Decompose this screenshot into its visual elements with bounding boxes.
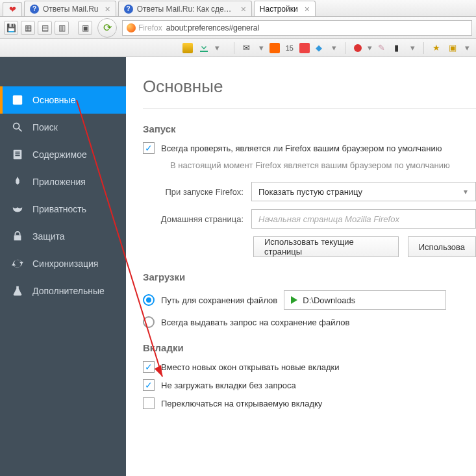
badge-count: 15 [286, 44, 294, 52]
checkbox-label: Не загружать вкладки без запроса [161, 381, 296, 390]
button-label: Использова [419, 242, 465, 252]
field-label: При запуске Firefox: [143, 187, 244, 197]
checkbox-label: Всегда проверять, является ли Firefox ва… [161, 144, 442, 153]
toolbar-icon[interactable]: ▣ [78, 21, 92, 35]
button-label: Использовать текущие страницы [264, 237, 388, 257]
general-icon [12, 94, 23, 106]
svg-rect-7 [14, 235, 21, 240]
svg-rect-4 [15, 152, 19, 153]
sidebar-item-label: Приватность [32, 204, 86, 214]
close-icon[interactable]: × [241, 4, 246, 14]
toolbar-icon[interactable]: ▤ [38, 21, 52, 35]
nav-toolbar: 💾 ▦ ▤ ▥ ▣ ⟳ Firefox about:preferences#ge… [0, 17, 476, 39]
checkbox-default-browser[interactable] [143, 142, 155, 154]
checkbox-dont-load[interactable] [143, 379, 155, 391]
download-path-field[interactable]: D:\Downloads [284, 290, 446, 310]
svg-line-2 [19, 129, 22, 132]
firefox-icon [127, 23, 136, 32]
toolbar-icon[interactable]: ▦ [21, 21, 35, 35]
star-icon[interactable]: ★ [432, 43, 443, 53]
browser-tabstrip: ❤ ? Ответы Mail.Ru × ? Ответы Mail.Ru: К… [0, 0, 476, 17]
drop-icon[interactable]: ◆ [316, 43, 326, 53]
download-icon[interactable] [199, 43, 209, 53]
lock-icon [12, 231, 23, 242]
tab-mailru-1[interactable]: ? Ответы Mail.Ru × [24, 1, 116, 16]
sidebar-item-privacy[interactable]: Приватность [0, 195, 126, 223]
calendar-icon[interactable] [299, 43, 310, 53]
checkbox-label: Вместо новых окон открывать новые вкладк… [161, 362, 340, 372]
mailru-icon: ? [124, 5, 133, 14]
reload-button[interactable]: ⟳ [97, 18, 117, 38]
close-icon[interactable]: × [305, 4, 310, 14]
search-icon [12, 121, 23, 133]
svg-rect-3 [14, 150, 22, 159]
chevron-down-icon: ▼ [462, 188, 469, 195]
addon-icon[interactable] [269, 43, 280, 53]
bookmark-icon[interactable]: ▮ [394, 43, 405, 53]
mail-icon[interactable]: ✉ [243, 43, 253, 53]
rocket-icon [12, 176, 23, 188]
address-bar[interactable]: Firefox about:preferences#general [122, 20, 472, 36]
svg-rect-5 [15, 153, 19, 154]
svg-rect-0 [13, 95, 22, 105]
sidebar-item-label: Дополнительные [32, 286, 105, 296]
sidebar-item-label: Поиск [32, 122, 58, 132]
startup-action-select[interactable]: Показать пустую страницу ▼ [251, 182, 476, 201]
tab-label: Ответы Mail.Ru [43, 5, 98, 14]
download-icon[interactable]: ▾ [215, 43, 225, 53]
addon-toolbar: ▾ ✉ ▾ 15 ◆ ▾ ▾ ✎ ▮ ▾ ★ ▣ ▾ [0, 39, 476, 57]
use-current-pages-button[interactable]: Использовать текущие страницы [253, 236, 399, 257]
flask-icon [12, 285, 23, 297]
homepage-input[interactable]: Начальная страница Mozilla Firefox [251, 209, 476, 229]
svg-rect-6 [15, 155, 19, 156]
radio-always-ask[interactable] [143, 316, 155, 328]
checkbox-switch-tab[interactable] [143, 397, 155, 409]
use-bookmark-button[interactable]: Использова [408, 236, 476, 257]
preferences-page: Основные Поиск Содержимое Приложения При… [0, 57, 476, 476]
input-placeholder: Начальная страница Mozilla Firefox [258, 214, 399, 224]
radio-label: Всегда выдавать запрос на сохранение фай… [161, 318, 349, 327]
tab-label: Настройки [260, 5, 298, 14]
url-text: about:preferences#general [166, 23, 259, 32]
sidebar-item-label: Приложения [32, 177, 86, 187]
sidebar-item-label: Синхронизация [32, 258, 98, 269]
radio-label: Путь для сохранения файлов [161, 295, 277, 305]
close-icon[interactable]: × [105, 4, 110, 14]
select-value: Показать пустую страницу [258, 187, 362, 197]
section-heading-startup: Запуск [143, 123, 476, 134]
field-label: Домашняя страница: [143, 214, 244, 224]
mask-icon [12, 203, 23, 215]
path-value: D:\Downloads [303, 295, 355, 305]
save-icon[interactable]: 💾 [4, 21, 18, 35]
tab-settings[interactable]: Настройки × [254, 1, 316, 16]
brand-label: Firefox [138, 23, 162, 32]
mailru-icon: ? [30, 5, 39, 14]
sidebar-item-label: Основные [32, 95, 75, 105]
page-title: Основные [143, 77, 476, 97]
sidebar-item-sync[interactable]: Синхронизация [0, 250, 126, 277]
checkbox-label: Переключаться на открываемую вкладку [161, 399, 322, 408]
sidebar-item-label: Защита [32, 231, 65, 242]
shield-icon[interactable]: ▣ [449, 43, 459, 53]
sidebar-item-security[interactable]: Защита [0, 223, 126, 250]
sidebar-item-advanced[interactable]: Дополнительные [0, 277, 126, 305]
wand-icon[interactable]: ✎ [378, 43, 388, 53]
svg-point-1 [14, 123, 19, 129]
pinned-tab[interactable]: ❤ [3, 2, 22, 16]
radio-save-to[interactable] [143, 294, 155, 306]
toolbar-icon[interactable]: ▥ [55, 21, 69, 35]
checkbox-open-in-tabs[interactable] [143, 361, 155, 373]
sidebar-item-label: Содержимое [32, 149, 87, 160]
record-icon[interactable] [354, 44, 362, 52]
sidebar-item-applications[interactable]: Приложения [0, 168, 126, 195]
sidebar-item-search[interactable]: Поиск [0, 114, 126, 141]
sidebar-item-content[interactable]: Содержимое [0, 141, 126, 168]
tab-label: Ответы Mail.Ru: Как сдела… [137, 5, 234, 14]
download-icon[interactable] [182, 43, 193, 53]
play-icon [291, 296, 297, 304]
sidebar-item-general[interactable]: Основные [0, 86, 126, 114]
tab-mailru-2[interactable]: ? Ответы Mail.Ru: Как сдела… × [118, 1, 252, 16]
identity-box: Firefox [127, 23, 162, 32]
default-browser-status: В настоящий момент Firefox является ваши… [170, 160, 476, 170]
section-heading-downloads: Загрузки [143, 271, 476, 282]
